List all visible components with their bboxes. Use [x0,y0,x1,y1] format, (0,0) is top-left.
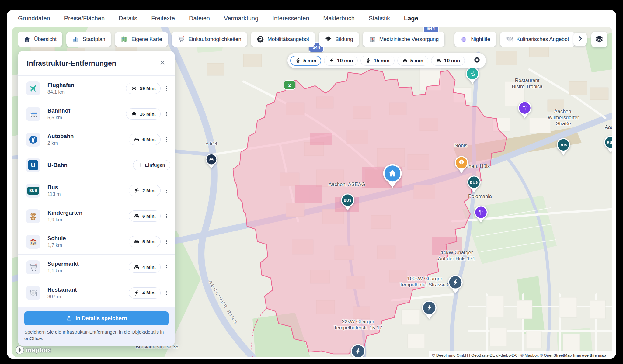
map-label: Aachen, ASEAG [328,181,365,187]
map-label: Polomania [468,193,492,199]
toolbar-button-label: Medizinische Versorgung [379,36,439,43]
teddy-icon [26,209,40,223]
medical-pin[interactable] [465,67,479,85]
car-icon [402,58,408,64]
row-menu-button[interactable] [162,262,170,273]
walk-icon [134,290,140,296]
nav-tab-dateien[interactable]: Dateien [182,15,217,22]
infrastructure-row-bus: BUSBus113 m2 Min. [18,178,175,203]
travel-time-badge[interactable]: 4 Min. [129,262,161,273]
toolbar-button-eigene-karte[interactable]: Eigene Karte [115,32,168,47]
bus-stop-pin[interactable]: BUS [604,135,612,154]
fuel-station-pin[interactable] [454,156,468,174]
bus-stop-pin[interactable]: BUS [341,193,355,211]
row-text: Bahnhof5,5 km [47,107,126,120]
cart-icon [178,36,185,43]
plane-icon [26,81,40,95]
toolbar-button-medizinische-versorgung[interactable]: Medizinische Versorgung [363,32,445,47]
toolbar-button-mobilitätsangebot[interactable]: Mobilitätsangebot [251,32,315,47]
isochrone-time-filterbar: 5 min10 min15 min5 min10 min [287,53,486,68]
map-layers-button[interactable] [591,32,607,47]
save-to-details-button[interactable]: In Details speichern [24,311,169,325]
row-menu-button[interactable] [162,83,170,94]
travel-time-badge[interactable]: 5 Min. [129,236,161,247]
nav-tab-interessenten[interactable]: Interessenten [265,15,316,22]
row-menu-button[interactable] [162,134,170,145]
toolbar-button-nightlife[interactable]: Nightlife [454,32,496,47]
dining-icon [26,286,40,300]
panel-close-button[interactable] [158,58,167,68]
bus-stop-pin[interactable]: BUS [467,175,481,193]
improve-map-link[interactable]: Improve this map [573,353,606,357]
time-filter-walk-5-min[interactable]: 5 min [290,56,321,66]
row-menu-button[interactable] [162,185,170,196]
toolbar-button-label: Nightlife [471,36,490,43]
travel-time-badge[interactable]: 2 Min. [129,185,161,196]
charger-pin[interactable] [448,275,463,294]
travel-time-badge[interactable]: 59 Min. [126,83,161,94]
panel-header: Infrastruktur-Entfernungen [18,51,175,76]
disco-icon [460,36,468,43]
nav-tab-freitexte[interactable]: Freitexte [144,15,182,22]
travel-time-badge[interactable]: 4 Min. [129,287,161,299]
nav-tab-details[interactable]: Details [112,15,144,22]
insert-button[interactable]: Einfügen [133,160,170,170]
svg-text:BUS: BUS [559,143,567,147]
toolbar-button-label: Eigene Karte [131,36,162,43]
infrastructure-list: Flughafen84,1 km59 Min.Bahnhof5,5 km16 M… [18,76,175,307]
row-menu-button[interactable] [162,287,170,299]
row-text: Supermarkt1,1 km [47,261,129,274]
travel-time-label: 5 Min. [142,239,156,244]
row-text: Restaurant307 m [47,286,129,300]
nav-tab-grunddaten[interactable]: Grunddaten [11,15,57,22]
home-icon [23,36,31,43]
travel-time-label: 6 Min. [142,213,156,219]
charger-pin[interactable] [350,344,366,357]
travel-time-badge[interactable]: 6 Min. [129,210,161,222]
time-filter-label: 15 min [374,58,389,64]
row-menu-button[interactable] [162,236,170,248]
toolbar-button-einkaufsmöglichkeiten[interactable]: Einkaufsmöglichkeiten [172,32,247,47]
property-home-pin[interactable] [383,164,402,189]
time-filter-car-5-min[interactable]: 5 min [397,56,428,66]
travel-time-badge[interactable]: 16 Min. [126,108,161,120]
nav-tab-maklerbuch[interactable]: Maklerbuch [316,15,362,22]
dining-icon [506,36,513,43]
toolbar-button-übersicht[interactable]: Übersicht [18,32,62,47]
toolbar-button-bildung[interactable]: Bildung [319,32,359,47]
nav-tab-vermarktung[interactable]: Vermarktung [217,15,265,22]
time-filter-label: 10 min [337,58,353,64]
row-distance: 1,7 km [47,243,129,248]
isochrone-visibility-button[interactable] [471,54,483,67]
toolbar-button-kulinarisches-angebot[interactable]: Kulinarisches Angebot [500,32,575,47]
bus-stop-pin[interactable]: BUS [556,138,570,156]
nav-tab-statistik[interactable]: Statistik [362,15,397,22]
row-menu-button[interactable] [162,210,170,222]
row-distance: 1,1 km [47,268,129,274]
save-button-label: In Details speichern [75,315,127,322]
motorway-pin[interactable] [205,153,218,169]
travel-time-badge[interactable]: 6 Min. [129,134,161,145]
mapbox-logo[interactable]: mapbox [15,345,51,355]
panel-footer: In Details speichern Speichern Sie die I… [18,307,175,346]
plus-icon [138,162,143,168]
car-icon [134,264,140,270]
time-filter-walk-15-min[interactable]: 15 min [360,56,394,66]
row-text: Autobahn2 km [47,133,129,146]
row-menu-button[interactable] [162,108,170,120]
nav-tab-lage[interactable]: Lage [397,15,425,22]
restaurant-pin[interactable] [474,205,488,224]
travel-time-label: 16 Min. [140,111,156,117]
toolbar-button-label: Stadtplan [83,36,105,43]
row-label: Bus [47,184,129,191]
charger-pin[interactable] [422,300,437,320]
nav-tab-preise-fl-chen[interactable]: Preise/Flächen [57,15,112,22]
car-icon [134,238,140,245]
toolbar-button-stadtplan[interactable]: Stadtplan [66,32,111,47]
restaurant-pin[interactable] [518,101,532,119]
time-filter-walk-10-min[interactable]: 10 min [324,56,358,66]
pillbar-divider [468,56,468,65]
toolbar-scroll-next-button[interactable] [573,33,587,46]
time-filter-car-10-min[interactable]: 10 min [431,56,465,66]
map-canvas[interactable]: RestaurantBistro TropicaAachen,Wilmersdo… [12,27,612,357]
